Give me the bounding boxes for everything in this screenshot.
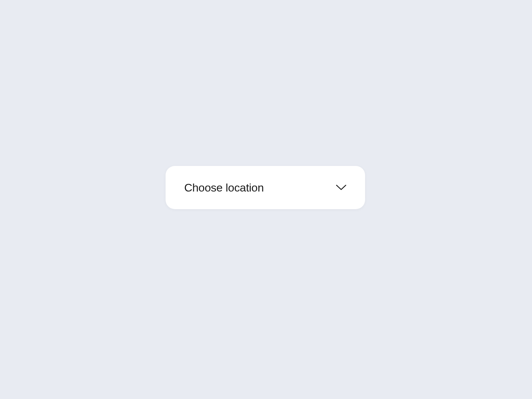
- dropdown-label: Choose location: [184, 181, 264, 194]
- chevron-down-icon: [336, 184, 346, 191]
- location-dropdown[interactable]: Choose location: [166, 166, 365, 209]
